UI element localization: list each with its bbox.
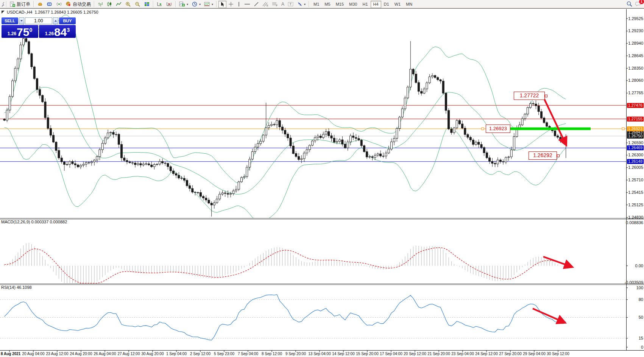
toolbar-separator	[153, 1, 154, 7]
zoom-in-button[interactable]	[123, 1, 133, 8]
chart-canvas[interactable]	[0, 0, 644, 357]
timeframe-H1[interactable]: H1	[360, 1, 370, 8]
timeframe-H4[interactable]: H4	[371, 1, 381, 8]
time-label: 27 Aug 12:00	[118, 352, 140, 356]
time-label: 2 Sep 12:00	[190, 352, 211, 356]
navigator-button[interactable]	[45, 1, 54, 8]
chart-shift-icon	[166, 2, 172, 7]
sell-price-pip: 0	[29, 27, 32, 33]
timeframe-M1[interactable]: M1	[311, 1, 322, 8]
auto-scroll-icon	[157, 2, 163, 7]
buy-button[interactable]: BUY	[59, 17, 76, 24]
sell-button[interactable]: SELL	[2, 17, 18, 24]
cursor-button[interactable]	[218, 1, 226, 8]
price-tick-label: 1.28350	[628, 66, 643, 71]
volume-decrease-button[interactable]	[19, 17, 24, 24]
channel-button[interactable]: E	[261, 1, 270, 8]
time-label: 30 Aug 20:00	[142, 352, 164, 356]
templates-icon	[204, 2, 210, 7]
clipped-icon[interactable]	[0, 0, 5, 8]
new-order-label: 新订单	[17, 1, 30, 8]
text-button[interactable]: A	[280, 1, 286, 8]
vertical-line-button[interactable]	[235, 1, 242, 8]
price-axis[interactable]: 1.295251.292301.289401.286451.283501.280…	[627, 0, 644, 357]
bar-chart-button[interactable]	[96, 1, 105, 8]
indicators-button[interactable]: ▾	[178, 1, 190, 8]
line-chart-button[interactable]	[114, 1, 123, 8]
auto-scroll-button[interactable]	[155, 1, 164, 8]
line-chart-icon	[116, 2, 122, 7]
time-label: 27 Sep 20:00	[499, 352, 522, 356]
toolbar-separator	[216, 1, 217, 7]
signals-button[interactable]	[55, 1, 64, 8]
annotation-low[interactable]: 1.26292	[529, 151, 557, 160]
price-tick-label: 1.25415	[628, 190, 643, 195]
timeframe-M15[interactable]: M15	[333, 1, 346, 8]
time-label: 23 Aug 12:00	[46, 352, 69, 356]
indicators-icon	[179, 2, 185, 7]
market-watch-button[interactable]	[36, 1, 45, 8]
price-tick-label: 1.26590	[628, 140, 643, 145]
time-label: 14 Sep 12:00	[332, 352, 355, 356]
horizontal-line-icon	[244, 2, 250, 7]
price-tick-label: 1.27765	[628, 90, 643, 95]
time-label: 20 Sep 12:00	[404, 352, 426, 356]
price-tick-label: 0.008836	[626, 220, 643, 225]
volume-increase-button[interactable]	[53, 17, 58, 24]
sell-price-box[interactable]: 1.26 75 0	[2, 25, 38, 38]
templates-button[interactable]: ▾	[203, 1, 215, 8]
notifications-icon[interactable]: 1	[635, 1, 642, 7]
price-marker-label: 1.26469	[627, 145, 644, 150]
buy-price-box[interactable]: 1.26 84 3	[39, 25, 76, 38]
volume-input[interactable]: 1.00	[25, 17, 52, 24]
candlestick-button[interactable]	[105, 1, 114, 8]
tile-windows-button[interactable]	[142, 1, 151, 8]
fibonacci-button[interactable]: F	[270, 1, 279, 8]
time-label: 7 Sep 04:00	[238, 352, 258, 356]
vertical-line-icon	[237, 2, 241, 7]
price-marker-label: 1.26923	[627, 126, 644, 131]
one-click-trading-panel: SELL 1.00 BUY 1.26 75 0 1.26 84 3	[2, 17, 76, 38]
arrows-icon	[297, 2, 303, 7]
macd-label: MACD(12,26,9) 0.000337 0.000882	[1, 220, 67, 224]
price-tick-label: 1.24830	[628, 215, 643, 220]
price-tick-label: 1.28940	[628, 41, 643, 46]
timeframe-M30[interactable]: M30	[346, 1, 360, 8]
arrows-button[interactable]: ▾	[296, 1, 307, 8]
zoom-in-icon	[125, 2, 131, 7]
timeframe-D1[interactable]: D1	[381, 1, 392, 8]
new-order-button[interactable]: 新订单	[8, 1, 32, 8]
horizontal-line-button[interactable]	[243, 1, 252, 8]
fibonacci-icon: F	[272, 2, 278, 7]
annotation-anchor	[545, 95, 547, 97]
autotrading-button[interactable]: 自动交易	[64, 1, 92, 8]
chevron-down-icon	[20, 20, 23, 22]
mt4-window: 新订单 自动交易 ▾ ▾ ▾ E F A T ▾ M	[0, 0, 644, 357]
signals-icon	[56, 2, 62, 7]
annotation-mid[interactable]: 1.26923	[486, 125, 510, 133]
timeframe-M5[interactable]: M5	[322, 1, 333, 8]
crosshair-icon	[228, 2, 234, 7]
timeframe-W1[interactable]: W1	[392, 1, 404, 8]
timeframe-MN[interactable]: MN	[403, 1, 415, 8]
price-tick-label: 0.00	[635, 263, 643, 268]
price-tick-label: 1.25125	[628, 203, 643, 207]
chart-shift-button[interactable]	[165, 1, 174, 8]
price-tick-label: 100	[636, 285, 643, 290]
text-label-button[interactable]: T	[286, 1, 295, 8]
time-axis[interactable]: 8 Aug 202120 Aug 04:0023 Aug 12:0024 Aug…	[0, 351, 626, 357]
periods-button[interactable]: ▾	[190, 1, 202, 8]
price-tick-label: 1.26300	[628, 153, 643, 157]
chevron-down-icon: ▾	[212, 3, 213, 6]
search-icon[interactable]	[626, 1, 633, 7]
trendline-button[interactable]	[252, 1, 260, 8]
collapse-icon[interactable]	[2, 11, 5, 14]
annotation-high[interactable]: 1.27722	[514, 92, 545, 100]
price-tick-label: 0	[641, 345, 643, 350]
periods-icon	[192, 2, 198, 7]
price-tick-label: 80	[639, 297, 643, 302]
toolbar-separator	[309, 1, 309, 7]
zoom-out-button[interactable]	[133, 1, 142, 8]
time-label: 26 Aug 04:00	[94, 352, 116, 356]
crosshair-button[interactable]	[227, 1, 235, 8]
